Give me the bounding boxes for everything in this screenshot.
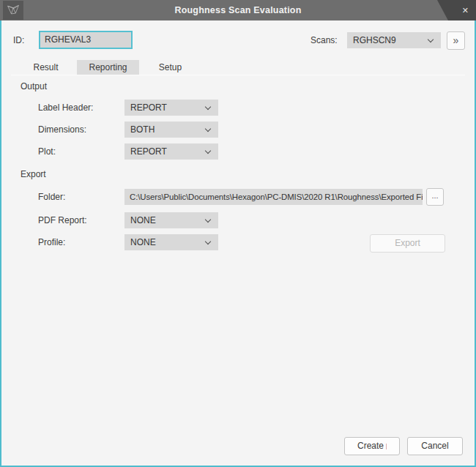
text-cursor xyxy=(386,444,387,449)
profile-select[interactable]: NONE xyxy=(124,234,218,250)
scans-label: Scans: xyxy=(310,32,338,48)
chevron-down-icon xyxy=(205,148,211,154)
dimensions-select[interactable]: BOTH xyxy=(124,122,218,138)
dimensions-label: Dimensions: xyxy=(38,122,86,138)
expand-scans-button[interactable]: » xyxy=(447,31,465,50)
roughness-scan-evaluation-dialog: Roughness Scan Evaluation ✕ ID: RGHEVAL3… xyxy=(0,0,476,467)
cancel-button[interactable]: Cancel xyxy=(407,437,463,455)
output-section-header: Output xyxy=(21,81,47,91)
plot-value: REPORT xyxy=(130,146,167,157)
pdf-report-select[interactable]: NONE xyxy=(124,212,218,228)
dimensions-value: BOTH xyxy=(130,124,155,135)
id-label: ID: xyxy=(13,32,24,48)
profile-value: NONE xyxy=(130,237,156,247)
id-input[interactable]: RGHEVAL3 xyxy=(39,31,133,49)
chevron-down-icon xyxy=(205,126,211,132)
label-header-value: REPORT xyxy=(130,102,167,113)
close-icon: ✕ xyxy=(462,0,469,20)
chevron-down-icon xyxy=(205,104,211,110)
scans-selected-value: RGHSCN9 xyxy=(353,35,396,45)
pdf-report-label: PDF Report: xyxy=(38,212,87,228)
pdf-report-value: NONE xyxy=(130,215,156,225)
ellipsis-icon: ... xyxy=(431,191,438,200)
window-title: Roughness Scan Evaluation xyxy=(0,0,476,20)
export-button[interactable]: Export xyxy=(370,234,445,253)
create-button[interactable]: Create xyxy=(344,437,400,455)
plot-select[interactable]: REPORT xyxy=(124,143,218,160)
label-header-label: Label Header: xyxy=(38,100,93,116)
double-chevron-right-icon: » xyxy=(453,34,459,46)
tab-setup[interactable]: Setup xyxy=(139,60,201,75)
chevron-down-icon xyxy=(205,217,211,223)
scans-select[interactable]: RGHSCN9 xyxy=(347,32,441,48)
tab-reporting[interactable]: Reporting xyxy=(77,60,139,75)
profile-label: Profile: xyxy=(38,234,65,250)
dialog-border xyxy=(0,20,1,467)
browse-folder-button[interactable]: ... xyxy=(426,188,444,206)
create-button-label: Create xyxy=(357,441,384,451)
titlebar: Roughness Scan Evaluation ✕ xyxy=(0,0,476,20)
plot-label: Plot: xyxy=(38,143,56,160)
export-section-header: Export xyxy=(21,169,46,179)
folder-label: Folder: xyxy=(38,189,65,205)
chevron-down-icon xyxy=(205,239,211,244)
folder-input[interactable]: C:\Users\Public\Documents\Hexagon\PC-DMI… xyxy=(124,189,423,205)
tab-result[interactable]: Result xyxy=(15,60,77,75)
tabs-divider xyxy=(11,75,465,75)
label-header-select[interactable]: REPORT xyxy=(124,100,218,116)
chevron-down-icon xyxy=(428,37,434,42)
